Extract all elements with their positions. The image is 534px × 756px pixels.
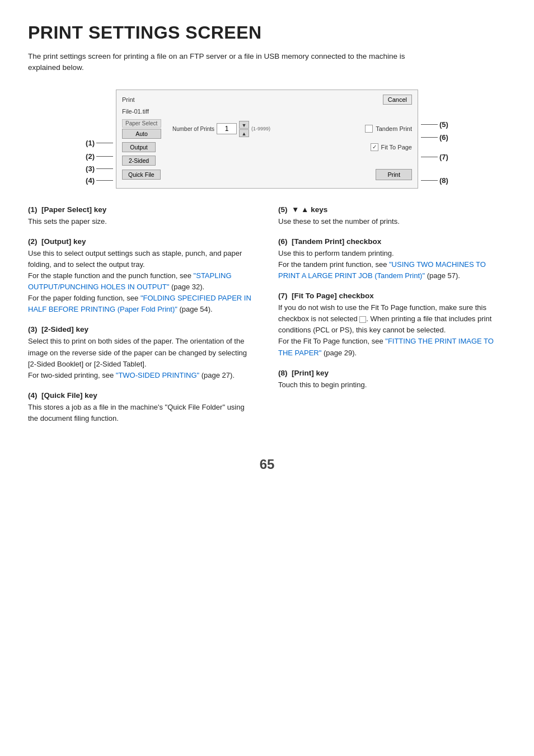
- link-two-sided[interactable]: "TWO-SIDED PRINTING": [116, 371, 199, 379]
- item-7: (7) [Fit To Page] checkbox If you do not…: [278, 292, 506, 359]
- fit-to-page-row: ✓ Fit To Page: [371, 143, 412, 151]
- ann-1: (1): [86, 139, 113, 147]
- output-button[interactable]: Output: [122, 142, 156, 152]
- item-2-num: (2): [28, 237, 38, 246]
- item-4-title: (4) [Quick File] key: [28, 391, 256, 400]
- row-output: Output ✓ Fit To Page: [122, 142, 412, 152]
- item-4-body: This stores a job as a file in the machi…: [28, 402, 256, 424]
- paper-select-label: Paper Select: [122, 119, 161, 128]
- item-8-num: (8): [278, 369, 288, 377]
- tandem-print-checkbox[interactable]: [365, 125, 373, 133]
- item-8-title: (8) [Print] key: [278, 369, 506, 377]
- page-title: PRINT SETTINGS SCREEN: [28, 22, 506, 43]
- num-prints-label: Number of Prints: [172, 126, 214, 132]
- item-2-body: Use this to select output settings such …: [28, 248, 256, 316]
- left-column: (1) [Paper Select] key This sets the pap…: [28, 205, 256, 435]
- num-prints-input[interactable]: [217, 123, 237, 134]
- content-area: (1) [Paper Select] key This sets the pap…: [28, 205, 506, 435]
- ann-label-1: (1): [86, 139, 95, 147]
- fit-to-page-checkbox[interactable]: ✓: [371, 143, 378, 151]
- ann-label-4: (4): [86, 176, 95, 185]
- filename-display: File-01.tiff: [122, 108, 412, 115]
- tandem-print-label: Tandem Print: [376, 125, 412, 132]
- ann-2: (2): [86, 152, 113, 161]
- ui-screen: Print Cancel File-01.tiff Paper Select A…: [116, 90, 418, 189]
- item-1-num: (1): [28, 205, 38, 214]
- item-6-num: (6): [278, 237, 288, 246]
- link-folding[interactable]: "FOLDING SPECIFIED PAPER IN HALF BEFORE …: [28, 294, 251, 313]
- item-8: (8) [Print] key Touch this to begin prin…: [278, 369, 506, 391]
- quick-file-button[interactable]: Quick File: [122, 170, 161, 180]
- ann-4: (4): [86, 176, 113, 185]
- item-1-body: This sets the paper size.: [28, 216, 256, 227]
- paper-select-button[interactable]: Auto: [122, 129, 161, 139]
- ann-6: (6): [421, 133, 448, 142]
- item-5-title: (5) ▼ ▲ keys: [278, 205, 506, 214]
- row-paper-select: Paper Select Auto Number of Prints ▼ ▲ (…: [122, 119, 412, 139]
- fit-to-page-label: Fit To Page: [381, 144, 412, 151]
- ann-label-6: (6): [439, 133, 448, 142]
- item-5-num: (5): [278, 205, 288, 214]
- checkbox-example: [359, 316, 366, 323]
- ann-label-7: (7): [439, 153, 448, 161]
- item-7-title: (7) [Fit To Page] checkbox: [278, 292, 506, 300]
- item-6: (6) [Tandem Print] checkbox Use this to …: [278, 237, 506, 281]
- item-4-num: (4): [28, 391, 38, 400]
- link-tandem[interactable]: "USING TWO MACHINES TO PRINT A LARGE PRI…: [278, 260, 486, 280]
- item-5-body: Use these to set the number of prints.: [278, 216, 506, 227]
- item-7-num: (7): [278, 292, 288, 300]
- row-two-sided: 2-Sided: [122, 156, 412, 166]
- item-6-title: (6) [Tandem Print] checkbox: [278, 237, 506, 246]
- link-fit-to-page[interactable]: "FITTING THE PRINT IMAGE TO THE PAPER": [278, 337, 494, 356]
- intro-text: The print settings screen for printing a…: [28, 51, 420, 74]
- ui-box: Print Cancel File-01.tiff Paper Select A…: [116, 90, 418, 189]
- item-3: (3) [2-Sided] key Select this to print o…: [28, 325, 256, 381]
- diagram-container: Print Cancel File-01.tiff Paper Select A…: [71, 90, 463, 189]
- ann-label-8: (8): [439, 176, 448, 185]
- item-2: (2) [Output] key Use this to select outp…: [28, 237, 256, 316]
- tandem-print-row: Tandem Print: [365, 125, 412, 133]
- link-stapling[interactable]: "STAPLING OUTPUT/PUNCHING HOLES IN OUTPU…: [28, 271, 232, 291]
- item-1: (1) [Paper Select] key This sets the pap…: [28, 205, 256, 227]
- item-3-body: Select this to print on both sides of th…: [28, 336, 256, 381]
- ann-7: (7): [421, 153, 448, 161]
- row-quick-file: Quick File Print: [122, 169, 412, 180]
- item-4: (4) [Quick File] key This stores a job a…: [28, 391, 256, 424]
- ann-5: (5): [421, 120, 448, 129]
- right-column: (5) ▼ ▲ keys Use these to set the number…: [278, 205, 506, 435]
- item-3-num: (3): [28, 325, 38, 334]
- ann-label-5: (5): [439, 120, 448, 129]
- item-2-title: (2) [Output] key: [28, 237, 256, 246]
- print-label: Print: [122, 96, 135, 103]
- page-number: 65: [28, 457, 506, 472]
- num-prints-range: (1-9999): [251, 126, 270, 132]
- item-5: (5) ▼ ▲ keys Use these to set the number…: [278, 205, 506, 227]
- ann-label-2: (2): [86, 152, 95, 161]
- item-7-body: If you do not wish to use the Fit To Pag…: [278, 302, 506, 359]
- item-1-title: (1) [Paper Select] key: [28, 205, 256, 214]
- item-6-body: Use this to perform tandem printing. For…: [278, 248, 506, 281]
- item-8-body: Touch this to begin printing.: [278, 379, 506, 391]
- ann-3: (3): [86, 165, 113, 173]
- item-3-title: (3) [2-Sided] key: [28, 325, 256, 334]
- prints-down-button[interactable]: ▼: [239, 121, 249, 129]
- ann-8: (8): [421, 176, 448, 185]
- ann-label-3: (3): [86, 165, 95, 173]
- two-sided-button[interactable]: 2-Sided: [122, 156, 156, 166]
- cancel-button[interactable]: Cancel: [383, 95, 412, 105]
- ui-top-bar: Print Cancel: [122, 95, 412, 105]
- prints-up-button[interactable]: ▲: [239, 129, 249, 137]
- print-button[interactable]: Print: [376, 169, 412, 180]
